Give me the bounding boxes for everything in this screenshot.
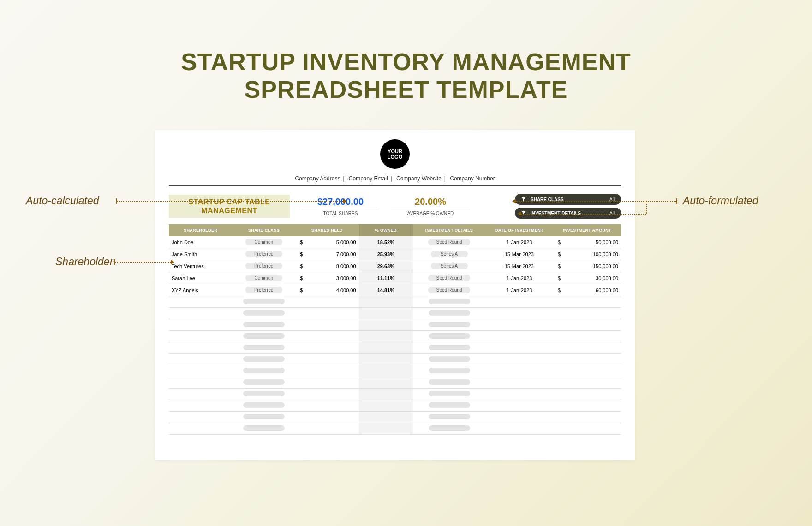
table-row-empty[interactable] bbox=[169, 389, 621, 400]
avg-owned-value: 20.00% bbox=[391, 197, 470, 207]
company-website: Company Website bbox=[394, 175, 444, 182]
connector-vline bbox=[646, 201, 647, 214]
cell-share-class: Preferred bbox=[232, 284, 295, 296]
cell-share-class: Preferred bbox=[232, 260, 295, 272]
cell-shareholder: Tech Ventures bbox=[169, 260, 232, 272]
connector-line bbox=[516, 201, 676, 202]
cell-date: 1-Jan-2023 bbox=[485, 284, 553, 296]
cell-share-class: Common bbox=[232, 272, 295, 284]
cell-share-class: Preferred bbox=[232, 248, 295, 260]
arrow-left-icon bbox=[512, 199, 516, 203]
cell-shares-held: $3,000.00 bbox=[295, 272, 358, 284]
table-row-empty[interactable] bbox=[169, 365, 621, 377]
table-row-empty[interactable] bbox=[169, 423, 621, 435]
table-row[interactable]: John DoeCommon$5,000.0018.52%Seed Round1… bbox=[169, 236, 621, 248]
company-address: Company Address bbox=[292, 175, 343, 182]
spreadsheet-preview: YOUR LOGO Company Address| Company Email… bbox=[155, 130, 635, 460]
cell-amount: $100,000.00 bbox=[553, 248, 621, 260]
cell-share-class: Common bbox=[232, 236, 295, 248]
company-info-bar: Company Address| Company Email| Company … bbox=[155, 175, 635, 185]
cell-amount: $30,000.00 bbox=[553, 272, 621, 284]
table-row-empty[interactable] bbox=[169, 296, 621, 308]
cell-shares-held: $4,000.00 bbox=[295, 284, 358, 296]
investment-details-filter-label: INVESTMENT DETAILS bbox=[531, 211, 581, 216]
cell-shareholder: XYZ Angels bbox=[169, 284, 232, 296]
col-pct-owned: % OWNED bbox=[359, 224, 413, 236]
company-email: Company Email bbox=[346, 175, 391, 182]
cell-investment-details: Seed Round bbox=[413, 284, 485, 296]
cell-shares-held: $7,000.00 bbox=[295, 248, 358, 260]
callout-shareholder: Shareholder bbox=[55, 256, 113, 268]
connector-line bbox=[521, 214, 646, 215]
cell-pct-owned: 25.93% bbox=[359, 248, 413, 260]
cell-amount: $150,000.00 bbox=[553, 260, 621, 272]
table-row-empty[interactable] bbox=[169, 319, 621, 331]
col-date: DATE OF INVESTMENT bbox=[485, 224, 553, 236]
connector-line bbox=[115, 262, 171, 263]
total-shares-stat: $27,000.00 TOTAL SHARES bbox=[301, 197, 380, 216]
table-header-row: SHAREHOLDER SHARE CLASS SHARES HELD % OW… bbox=[169, 224, 621, 236]
cell-investment-details: Seed Round bbox=[413, 236, 485, 248]
filter-icon bbox=[521, 211, 526, 215]
company-number: Company Number bbox=[447, 175, 497, 182]
table-row-empty[interactable] bbox=[169, 400, 621, 412]
col-amount: INVESTMENT AMOUNT bbox=[553, 224, 621, 236]
cell-date: 15-Mar-2023 bbox=[485, 260, 553, 272]
cell-amount: $50,000.00 bbox=[553, 236, 621, 248]
cell-date: 1-Jan-2023 bbox=[485, 236, 553, 248]
table-row-empty[interactable] bbox=[169, 377, 621, 389]
cap-table-title: STARTUP CAP TABLE MANAGEMENT bbox=[169, 195, 290, 218]
table-row[interactable]: Tech VenturesPreferred$8,000.0029.63%Ser… bbox=[169, 260, 621, 272]
table-row-empty[interactable] bbox=[169, 308, 621, 319]
table-row[interactable]: XYZ AngelsPreferred$4,000.0014.81%Seed R… bbox=[169, 284, 621, 296]
cell-investment-details: Seed Round bbox=[413, 272, 485, 284]
arrow-left-icon bbox=[518, 211, 521, 216]
share-class-filter[interactable]: SHARE CLASS All bbox=[515, 194, 621, 205]
cell-pct-owned: 29.63% bbox=[359, 260, 413, 272]
arrow-right-icon bbox=[343, 199, 347, 203]
filter-pills: SHARE CLASS All INVESTMENT DETAILS All bbox=[515, 194, 621, 219]
total-shares-label: TOTAL SHARES bbox=[301, 209, 380, 216]
table-row[interactable]: Sarah LeeCommon$3,000.0011.11%Seed Round… bbox=[169, 272, 621, 284]
table-row-empty[interactable] bbox=[169, 342, 621, 354]
avg-owned-stat: 20.00% AVERAGE % OWNED bbox=[391, 197, 470, 216]
table-row-empty[interactable] bbox=[169, 354, 621, 365]
cell-date: 1-Jan-2023 bbox=[485, 272, 553, 284]
connector-line bbox=[117, 201, 343, 202]
page-title: STARTUP INVENTORY MANAGEMENT SPREADSHEET… bbox=[0, 0, 812, 104]
cell-shareholder: John Doe bbox=[169, 236, 232, 248]
avg-owned-label: AVERAGE % OWNED bbox=[391, 209, 470, 216]
cell-shareholder: Sarah Lee bbox=[169, 272, 232, 284]
cell-pct-owned: 18.52% bbox=[359, 236, 413, 248]
cell-investment-details: Series A bbox=[413, 248, 485, 260]
cell-pct-owned: 14.81% bbox=[359, 284, 413, 296]
cell-date: 15-Mar-2023 bbox=[485, 248, 553, 260]
callout-auto-calculated: Auto-calculated bbox=[26, 195, 99, 207]
logo-placeholder: YOUR LOGO bbox=[380, 139, 410, 169]
cell-investment-details: Series A bbox=[413, 260, 485, 272]
col-investment-details: INVESTMENT DETAILS bbox=[413, 224, 485, 236]
cell-shareholder: Jane Smith bbox=[169, 248, 232, 260]
col-share-class: SHARE CLASS bbox=[232, 224, 295, 236]
divider bbox=[169, 185, 621, 186]
callout-auto-formulated: Auto-formulated bbox=[683, 195, 758, 207]
connector-end bbox=[676, 198, 677, 204]
cell-pct-owned: 11.11% bbox=[359, 272, 413, 284]
arrow-right-icon bbox=[171, 260, 174, 264]
cell-shares-held: $5,000.00 bbox=[295, 236, 358, 248]
investment-details-filter[interactable]: INVESTMENT DETAILS All bbox=[515, 208, 621, 219]
cap-table: SHAREHOLDER SHARE CLASS SHARES HELD % OW… bbox=[169, 224, 621, 435]
col-shareholder: SHAREHOLDER bbox=[169, 224, 232, 236]
table-row[interactable]: Jane SmithPreferred$7,000.0025.93%Series… bbox=[169, 248, 621, 260]
cell-amount: $60,000.00 bbox=[553, 284, 621, 296]
cell-shares-held: $8,000.00 bbox=[295, 260, 358, 272]
col-shares-held: SHARES HELD bbox=[295, 224, 358, 236]
table-row-empty[interactable] bbox=[169, 331, 621, 342]
table-row-empty[interactable] bbox=[169, 412, 621, 423]
investment-details-filter-value: All bbox=[609, 211, 615, 216]
summary-row: STARTUP CAP TABLE MANAGEMENT $27,000.00 … bbox=[169, 192, 621, 220]
